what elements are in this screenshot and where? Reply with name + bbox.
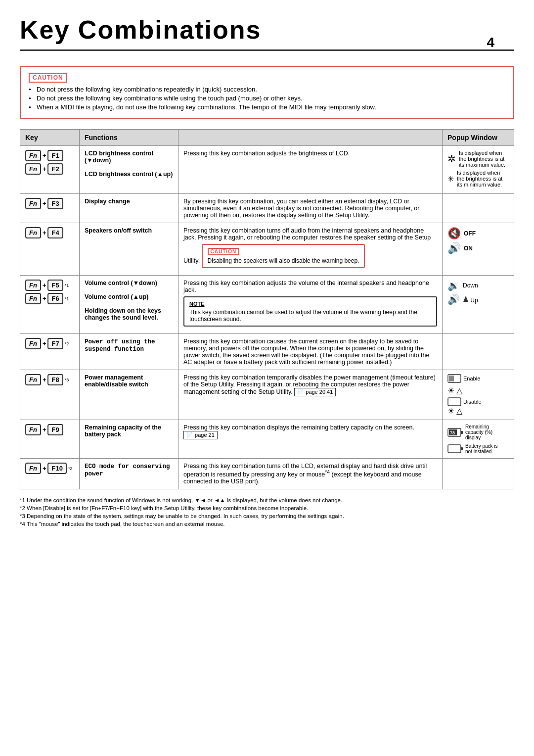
table-row: Fn + F5 *1 Fn + F6 *1 Volume control (▼d…	[20, 276, 514, 334]
popup-cell-volume: 🔉 Down 🔊 Up	[443, 276, 514, 334]
pm-sun-icons: ☀ △	[447, 386, 509, 395]
table-row: Fn + F10 *2 ECO mode for con­serving pow…	[20, 459, 514, 489]
superscript-1: *1	[65, 283, 69, 288]
pm-enable-icon	[447, 374, 461, 383]
fn-key: Fn	[25, 280, 41, 291]
page-ref-link-f9[interactable]: 📄 page 21	[183, 431, 218, 439]
battery-capacity-row: 78 Remainingcapacity (%)display	[447, 424, 509, 440]
page-ref-f8: 📄 page 20,41	[294, 388, 336, 396]
fn-key: Fn	[25, 198, 41, 209]
brightness-max-icon: ✲	[447, 153, 456, 165]
popup-speaker-on-row: 🔊 ON	[447, 242, 509, 255]
caution-list: Do not press the following key combinati…	[29, 86, 505, 111]
fn-key: Fn	[25, 338, 41, 349]
fn-key: Fn	[25, 424, 41, 435]
key-cell-fn-f10: Fn + F10 *2	[20, 459, 80, 489]
caution-box: CAUTION Do not press the following key c…	[20, 66, 514, 119]
svg-marker-0	[463, 296, 468, 302]
pm-sun-icons-2: ☀ △	[447, 406, 509, 416]
superscript-1b: *1	[65, 296, 69, 301]
speaker-off-icon: 🔇	[447, 227, 461, 240]
footnote-3: *3 Depending on the state of the system,…	[20, 513, 514, 519]
func-text-f5: Volume control (▼down)	[85, 280, 173, 286]
pm-disable-row: Disable	[447, 397, 509, 406]
key-combinations-table: Key Functions Popup Window Fn + F1 Fn +	[20, 129, 514, 489]
page-number: 4	[487, 35, 494, 50]
popup-speaker-off-row: 🔇 OFF	[447, 227, 509, 240]
table-row: Fn + F3 Display change By pressing this …	[20, 194, 514, 223]
superscript-3: *3	[65, 378, 69, 382]
popup-cell-battery: 78 Remainingcapacity (%)display Battery …	[443, 420, 514, 459]
popup-vol-down-row: 🔉 Down	[447, 280, 509, 291]
desc-cell-eco: Pressing this key combination turns off …	[178, 459, 443, 489]
page-ref-link-f8[interactable]: 📄 page 20,41	[294, 388, 336, 396]
fn-key: Fn	[25, 374, 41, 385]
key-cell-fn-f7: Fn + F7 *2	[20, 334, 80, 370]
desc-cell-display: By pressing this key combination, you ca…	[178, 194, 443, 223]
col-header-desc	[178, 130, 443, 146]
caution-label: CAUTION	[29, 73, 67, 83]
col-header-popup: Popup Window	[443, 130, 514, 146]
desc-cell-pm: Pressing this key combination temporaril…	[178, 370, 443, 420]
popup-cell-pm: Enable ☀ △ Disable ☀ △	[443, 370, 514, 420]
svg-rect-3	[448, 398, 461, 406]
func-cell-pm: Power management enable/disable switch	[80, 370, 178, 420]
col-header-key: Key	[20, 130, 80, 146]
func-text-f1: LCD brightness con­trol (▼down)	[85, 150, 173, 164]
speaker-on-icon: 🔊	[447, 242, 461, 255]
f10-key: F10	[47, 463, 66, 474]
key-combo-fn-f5: Fn + F5 *1	[25, 280, 74, 291]
f5-key: F5	[47, 280, 63, 291]
battery-not-installed-row: Battery pack isnot installed.	[447, 443, 509, 454]
brightness-min-icon: ✳	[447, 174, 454, 184]
popup-brightness-max-row: ✲ Is displayed when the brightness is at…	[447, 150, 509, 168]
popup-cell-speakers: 🔇 OFF 🔊 ON	[443, 223, 514, 276]
fn-key: Fn	[25, 163, 41, 175]
desc-cell-poweroff: Pressing this key combination causes the…	[178, 334, 443, 370]
col-header-functions: Functions	[80, 130, 178, 146]
brightness-max-text: Is displayed when the brightness is at i…	[459, 150, 509, 168]
key-combo-fn-f10: Fn + F10 *2	[25, 463, 74, 474]
plus-sign: +	[43, 340, 46, 347]
popup-cell-poweroff	[443, 334, 514, 370]
table-row: Fn + F4 Speakers on/off switch Pressing …	[20, 223, 514, 276]
inline-caution-text: Disabling the speakers will also disable…	[208, 257, 359, 264]
fn-key: Fn	[25, 463, 41, 474]
battery-capacity-text: Remainingcapacity (%)display	[465, 424, 492, 440]
func-cell-eco: ECO mode for con­serving power	[80, 459, 178, 489]
table-row: Fn + F1 Fn + F2 LCD brightness con­trol …	[20, 146, 514, 194]
inline-caution-label: CAUTION	[208, 248, 240, 255]
key-cell-fn-f5-f6: Fn + F5 *1 Fn + F6 *1	[20, 276, 80, 334]
table-row: Fn + F8 *3 Power management enable/disab…	[20, 370, 514, 420]
note-text: This key combination cannot be used to a…	[189, 309, 431, 323]
func-cell-battery: Remaining capacity of the battery pack	[80, 420, 178, 459]
key-combo-fn-f1: Fn + F1	[25, 150, 74, 161]
battery-not-installed-text: Battery pack isnot installed.	[465, 443, 498, 454]
func-cell-volume: Volume control (▼down) Volume control (▲…	[80, 276, 178, 334]
sun-icon-3: ☀	[447, 406, 454, 416]
vol-down-label: Down	[463, 282, 478, 289]
caution-item: When a MIDI file is playing, do not use …	[29, 103, 505, 111]
battery-not-installed-icon	[447, 443, 463, 454]
popup-cell-brightness: ✲ Is displayed when the brightness is at…	[443, 146, 514, 194]
svg-rect-9	[461, 447, 463, 450]
key-cell-fn-f9: Fn + F9	[20, 420, 80, 459]
brightness-min-text: Is displayed when the brightness is at i…	[457, 170, 509, 188]
func-text-f7: Power off using the suspend function	[85, 338, 155, 353]
func-text-f2: LCD brightness con­trol (▲up)	[85, 171, 173, 178]
speaker-on-label: ON	[464, 245, 473, 252]
footnote-2: *2 When [Disable] is set for [Fn+F7/Fn+F…	[20, 505, 514, 511]
func-cell-display: Display change	[80, 194, 178, 223]
key-combo-fn-f7: Fn + F7 *2	[25, 338, 74, 349]
func-text-f10: ECO mode for con­serving power	[85, 463, 170, 477]
speaker-off-label: OFF	[464, 230, 476, 237]
plus-sign: +	[43, 376, 46, 383]
f2-key: F2	[47, 163, 63, 175]
vol-up-label: Up	[463, 295, 478, 304]
f8-key: F8	[47, 374, 63, 385]
table-row: Fn + F9 Remaining capacity of the batter…	[20, 420, 514, 459]
pm-enable-row: Enable	[447, 374, 509, 383]
func-text-f6: Volume control (▲up)	[85, 293, 173, 300]
svg-rect-8	[448, 445, 461, 453]
sun-icon-1: ☀	[447, 386, 454, 395]
